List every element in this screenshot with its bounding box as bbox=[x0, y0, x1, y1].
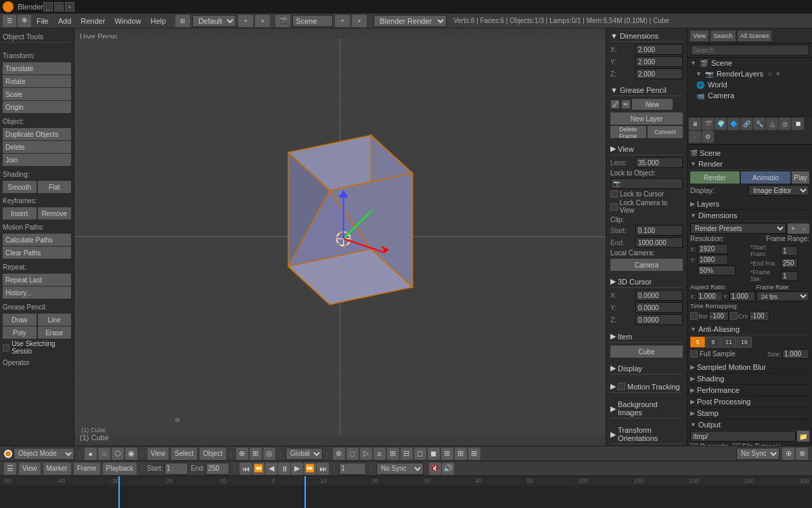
select-button[interactable]: Select bbox=[171, 448, 197, 460]
start-frame-input[interactable] bbox=[781, 246, 798, 256]
performance-header[interactable]: ▶ Performance bbox=[690, 386, 809, 394]
menu-file[interactable]: File bbox=[32, 17, 53, 25]
menu-add[interactable]: Add bbox=[54, 17, 76, 25]
draw-button[interactable]: Draw bbox=[3, 314, 37, 326]
output-section-header[interactable]: ▼ Output bbox=[690, 419, 809, 431]
post-processing-header[interactable]: ▶ Post Processing bbox=[690, 398, 809, 406]
stop-btn[interactable]: ⏸ bbox=[278, 463, 290, 475]
lock-to-cursor-checkbox[interactable] bbox=[610, 190, 618, 198]
timeline-frame-btn[interactable]: Frame bbox=[74, 463, 100, 475]
minimize-button[interactable]: _ bbox=[43, 2, 53, 12]
display-selector[interactable]: Image Editor bbox=[748, 185, 809, 196]
snap-to-btn[interactable]: ▷ bbox=[360, 448, 372, 460]
render-engine-selector[interactable]: Blender Render bbox=[374, 15, 447, 27]
background-images-section-header[interactable]: ▶ Background Images bbox=[610, 399, 683, 419]
props-tab-scene[interactable]: 🎬 bbox=[702, 118, 714, 130]
extra-btn1[interactable]: ◻ bbox=[414, 448, 426, 460]
scene-field[interactable] bbox=[292, 15, 333, 27]
smooth-button[interactable]: Smooth bbox=[3, 181, 37, 193]
aspect-x-input[interactable] bbox=[697, 291, 723, 301]
view-section-header[interactable]: ▶ View bbox=[610, 143, 683, 155]
menu-help[interactable]: Help bbox=[147, 17, 171, 25]
play-reverse-btn[interactable]: ◀ bbox=[265, 463, 277, 475]
outliner-scene-item[interactable]: ▼ 🎬 Scene bbox=[687, 58, 812, 68]
clip-start-input[interactable] bbox=[635, 225, 683, 236]
layout-selector[interactable]: Default bbox=[192, 15, 236, 27]
all-scenes-btn[interactable]: All Scenes bbox=[738, 30, 772, 41]
viewport-material-btn[interactable]: ◉ bbox=[125, 448, 137, 460]
prev-frame-btn[interactable]: ⏪ bbox=[252, 463, 265, 475]
outliner-search-input[interactable] bbox=[690, 45, 809, 56]
extra-btn4[interactable]: ⊞ bbox=[455, 448, 467, 460]
lock-to-object-field[interactable]: 📷 bbox=[610, 178, 683, 189]
extra-right-btn2[interactable]: ⊗ bbox=[796, 448, 808, 460]
layers-section-header[interactable]: ▶ Layers bbox=[690, 200, 809, 208]
presets-add-btn[interactable]: + bbox=[788, 224, 798, 234]
object-button[interactable]: Object bbox=[200, 448, 226, 460]
animation-button[interactable]: Animatio bbox=[741, 171, 790, 184]
next-frame-btn[interactable]: ⏩ bbox=[304, 463, 316, 475]
props-tab-physics[interactable]: ⚙ bbox=[702, 131, 714, 143]
play-fwd-btn[interactable]: ▶ bbox=[291, 463, 303, 475]
full-sample-checkbox[interactable] bbox=[690, 350, 698, 358]
gp-new-button[interactable]: New bbox=[632, 99, 673, 110]
join-button[interactable]: Join bbox=[3, 154, 71, 166]
aa-section-header[interactable]: ▼ Anti-Aliasing bbox=[690, 324, 809, 335]
snap-icon-btn[interactable]: ⊗ bbox=[333, 448, 345, 460]
bor-checkbox[interactable] bbox=[690, 312, 698, 320]
viewport-wire-btn[interactable]: ○ bbox=[98, 448, 110, 460]
outliner-renderlayers-item[interactable]: ▼ 📷 RenderLayers ☆ ✕ bbox=[687, 68, 812, 79]
props-tab-texture[interactable]: 🔲 bbox=[792, 118, 804, 130]
gp-pencil-icon[interactable]: ✏ bbox=[621, 100, 631, 109]
snap-btn[interactable]: ⊞ bbox=[250, 448, 262, 460]
output-path-input[interactable] bbox=[690, 431, 796, 442]
maximize-button[interactable]: □ bbox=[54, 2, 64, 12]
view-button[interactable]: View bbox=[148, 448, 169, 460]
cursor-z-input[interactable] bbox=[635, 314, 683, 325]
gp-convert-button[interactable]: Convert bbox=[648, 126, 683, 138]
delete-button[interactable]: Delete bbox=[3, 141, 71, 153]
outliner-world-item[interactable]: 🌐 World bbox=[687, 79, 812, 90]
props-tab-world[interactable]: 🌍 bbox=[715, 118, 727, 130]
gp-delete-frame-button[interactable]: Delete Frame bbox=[610, 126, 646, 138]
aa-sample-16[interactable]: 16 bbox=[737, 337, 752, 347]
view-menu-btn[interactable]: View bbox=[690, 30, 708, 41]
scene-icon[interactable]: 🎬 bbox=[275, 15, 290, 27]
end-frame-input[interactable] bbox=[781, 258, 798, 268]
scene-new[interactable]: + bbox=[335, 15, 350, 27]
path-browse-btn[interactable]: 📁 bbox=[797, 431, 809, 442]
mode-selector[interactable]: Object Mode bbox=[14, 448, 74, 460]
props-tab-particles[interactable]: · bbox=[689, 131, 701, 143]
presets-remove-btn[interactable]: - bbox=[798, 224, 809, 234]
layout-delete[interactable]: × bbox=[255, 15, 270, 27]
layout-icon[interactable]: ⊞ bbox=[175, 15, 190, 27]
remap-new-input[interactable] bbox=[749, 311, 769, 321]
aa-sample-8[interactable]: 8 bbox=[706, 337, 721, 347]
cursor-section-header[interactable]: ▶ 3D Cursor bbox=[610, 276, 683, 288]
menu-window[interactable]: Window bbox=[110, 17, 145, 25]
gp-palette-icon[interactable]: 🖊 bbox=[610, 100, 620, 109]
frame-step-input[interactable] bbox=[781, 271, 798, 281]
proportional-btn[interactable]: ◎ bbox=[263, 448, 275, 460]
layout-new[interactable]: + bbox=[238, 15, 253, 27]
size-input[interactable] bbox=[782, 349, 809, 359]
line-button[interactable]: Line bbox=[38, 314, 72, 326]
file-extension-checkbox[interactable] bbox=[733, 443, 740, 446]
snap-type-btn[interactable]: □ bbox=[346, 448, 359, 460]
render-presets-selector[interactable]: Render Presets bbox=[690, 223, 786, 234]
play-button[interactable]: Play bbox=[792, 171, 809, 184]
more-btn[interactable]: ⊞ bbox=[387, 448, 399, 460]
cursor-y-input[interactable] bbox=[635, 302, 683, 313]
motion-tracking-section-header[interactable]: ▶ Motion Tracking bbox=[610, 381, 683, 393]
dim-z-input[interactable] bbox=[635, 68, 683, 79]
props-tab-modifier[interactable]: 🔧 bbox=[753, 118, 765, 130]
render-button[interactable]: Render bbox=[690, 171, 740, 184]
viewport-solid-btn[interactable]: ● bbox=[85, 448, 97, 460]
props-tab-data[interactable]: △ bbox=[766, 118, 778, 130]
frame-rate-selector[interactable]: 24 fps bbox=[757, 291, 809, 301]
timeline-start-input[interactable] bbox=[164, 463, 188, 475]
sync-selector[interactable]: No Sync bbox=[736, 448, 780, 460]
item-section-header[interactable]: ▶ Item bbox=[610, 331, 683, 343]
timeline-end-input[interactable] bbox=[206, 463, 229, 475]
lock-camera-to-view-checkbox[interactable] bbox=[610, 203, 618, 211]
